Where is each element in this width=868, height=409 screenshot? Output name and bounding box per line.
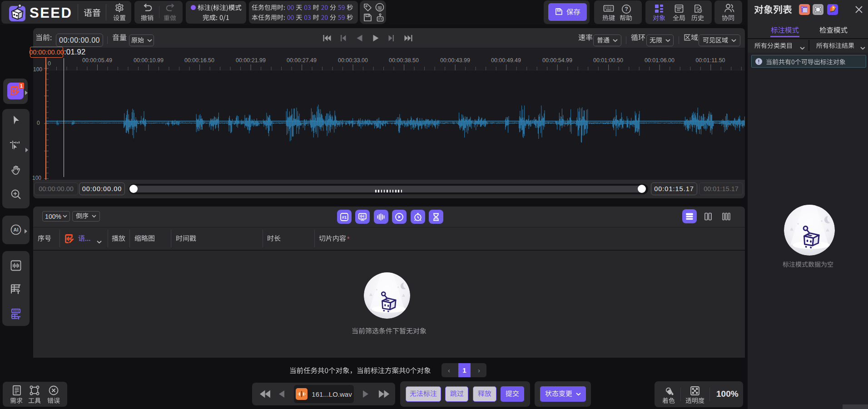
svg-text:AI: AI	[14, 227, 19, 232]
svg-text:?: ?	[625, 6, 628, 12]
svg-text:#1: #1	[342, 215, 347, 220]
